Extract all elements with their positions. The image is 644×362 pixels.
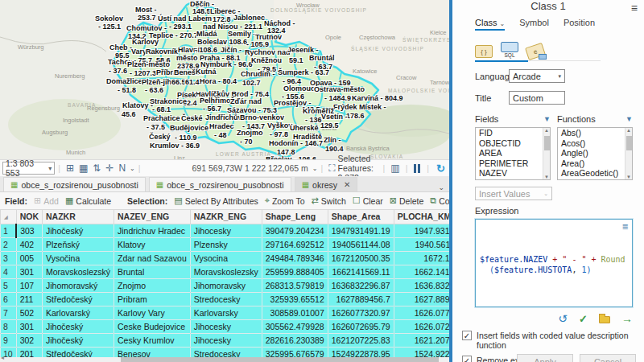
table-cell[interactable]: 1672.1205: [394, 251, 449, 265]
chevron-down-icon[interactable]: ⌄: [312, 165, 318, 172]
table-cell[interactable]: 1621207225.83: [328, 333, 394, 347]
table-cell[interactable]: Karlovarský: [43, 306, 114, 319]
cancel-button[interactable]: Cancel: [580, 354, 636, 362]
pause-drawing-button[interactable]: [414, 164, 420, 173]
row-number-cell[interactable]: 3: [1, 251, 17, 265]
table-tab-obce_s_rozsirenou_pusobnosti[interactable]: ▦obce_s_rozsirenou_pusobnosti: [3, 177, 146, 191]
refresh-icon[interactable]: ↻: [436, 162, 445, 175]
table-cell[interactable]: 1947.931491: [394, 224, 449, 237]
field-item[interactable]: NAZEV: [476, 168, 550, 179]
table-cell[interactable]: Plzensky: [190, 237, 262, 251]
row-number-cell[interactable]: 4: [1, 265, 17, 278]
column-header-NAZKR_ENG[interactable]: NAZKR_ENG: [190, 210, 262, 224]
table-row[interactable]: 6211StředočeskýPribramStredocesky325939.…: [1, 292, 450, 306]
filter-icon[interactable]: ▼: [543, 115, 551, 123]
function-item[interactable]: Acos(): [558, 138, 632, 149]
fields-listbox[interactable]: ▲▼ FIDOBJECTIDAREAPERIMETERNAZEV: [475, 127, 551, 180]
chevron-down-icon[interactable]: ⌄: [130, 165, 135, 172]
table-cell[interactable]: 1621.207226: [394, 333, 449, 347]
table-cell[interactable]: 1947931491.19: [328, 224, 394, 237]
table-cell[interactable]: 1627.889457: [394, 292, 449, 306]
table-cell[interactable]: 259599.888405: [262, 265, 328, 278]
field-item[interactable]: AREA: [476, 148, 550, 158]
table-cell[interactable]: Jihomoravsky: [190, 278, 262, 292]
table-cell[interactable]: 1626.072696: [394, 319, 449, 333]
scroll-left-icon[interactable]: ◂: [1, 354, 4, 361]
validate-check-icon[interactable]: ✓: [579, 313, 588, 325]
table-cell[interactable]: Jihočeský: [43, 333, 114, 347]
crosshair-icon[interactable]: ✛: [105, 162, 114, 174]
table-cell[interactable]: Jihomoravský: [43, 278, 114, 292]
table-cell[interactable]: 301: [16, 265, 42, 278]
table-cell[interactable]: Jihocesky: [190, 333, 262, 347]
functions-listbox[interactable]: ▲▼ Abs()Acos()Angle()Area()AreaGeodetic(…: [557, 127, 633, 180]
panel-tab-symbol[interactable]: Symbol: [519, 18, 549, 31]
column-header-NOK[interactable]: NOK: [16, 210, 42, 224]
table-cell[interactable]: Jihočeský: [43, 319, 114, 333]
table-cell[interactable]: Ceske Budejovice: [114, 319, 190, 333]
clear-button[interactable]: ☐Clear: [353, 195, 383, 206]
filter-icon[interactable]: ▼: [625, 115, 633, 123]
apply-button[interactable]: Apply: [517, 354, 573, 362]
table-row[interactable]: 4301MoravskoslezskýBruntalMoravskoslezsk…: [1, 265, 450, 278]
table-cell[interactable]: Bruntal: [114, 265, 190, 278]
panel-tab-position[interactable]: Position: [564, 18, 595, 31]
table-cell[interactable]: 005: [16, 251, 42, 265]
table-row[interactable]: 9302JihočeskýCesky KrumlovJihocesky28261…: [1, 333, 450, 347]
row-selector-header[interactable]: ◢: [1, 210, 17, 224]
table-cell[interactable]: 297164.692512: [262, 237, 328, 251]
table-cell[interactable]: Karlovy Vary: [114, 306, 190, 319]
table-cell[interactable]: 1626077320.97: [328, 306, 394, 319]
table-cell[interactable]: 268313.579819: [262, 278, 328, 292]
row-number-cell[interactable]: 2: [1, 237, 17, 251]
function-item[interactable]: Area(): [558, 158, 632, 169]
field-item[interactable]: OBJECTID: [476, 138, 550, 149]
select-by-attributes-button[interactable]: ▤Select By Attributes: [174, 195, 258, 206]
hamburger-menu-icon[interactable]: ≡: [631, 2, 638, 14]
sql-query-tab[interactable]: SQL: [501, 42, 518, 58]
table-cell[interactable]: Cesky Krumlov: [114, 333, 190, 347]
export-arrow-icon[interactable]: →: [621, 312, 633, 325]
table-cell[interactable]: Stredocesky: [190, 292, 262, 306]
table-cell[interactable]: Znojmo: [114, 278, 190, 292]
insert-values-dropdown[interactable]: Insert Values ⌄: [475, 187, 552, 200]
table-cell[interactable]: 1940561144.08: [328, 237, 394, 251]
add-overlay-icon[interactable]: ⊞: [66, 162, 74, 174]
undo-icon[interactable]: ↺: [558, 312, 568, 325]
table-cell[interactable]: 1627889456.7: [328, 292, 394, 306]
field-item[interactable]: FID: [476, 128, 550, 138]
table-tab-okresy[interactable]: ▦okresy✕: [295, 177, 358, 191]
row-number-cell[interactable]: 6: [1, 292, 17, 306]
map-scale-combobox[interactable]: 1:3 803 553 ▾: [2, 162, 55, 175]
table-cell[interactable]: 107: [16, 278, 42, 292]
table-cell[interactable]: 305562.479928: [262, 319, 328, 333]
field-item[interactable]: PERIMETER: [476, 158, 550, 169]
horizontal-scrollbar[interactable]: ◂: [0, 357, 449, 362]
grid-icon[interactable]: ▦: [79, 162, 88, 174]
column-header-Shape_Leng[interactable]: Shape_Leng: [262, 210, 328, 224]
table-cell[interactable]: 282616.230389: [262, 333, 328, 347]
close-icon[interactable]: ✕: [344, 180, 350, 189]
table-cell[interactable]: 1940.561144: [394, 237, 449, 251]
row-number-cell[interactable]: 9: [1, 333, 17, 347]
scrollbar[interactable]: ▲▼: [543, 128, 550, 179]
row-number-cell[interactable]: 1: [1, 224, 17, 237]
table-cell[interactable]: Pribram: [114, 292, 190, 306]
table-row[interactable]: 3005VysočinaZdar nad SazavouVysocina2494…: [1, 251, 450, 265]
table-row[interactable]: 1303JihočeskýJindrichuv HradecJihocesky3…: [1, 224, 450, 237]
column-header-Shape_Area[interactable]: Shape_Area: [328, 210, 394, 224]
table-cell[interactable]: 249484.789346: [262, 251, 328, 265]
attribute-table[interactable]: ◢NOKNAZKRNAZEV_ENGNAZKR_ENGShape_LengSha…: [0, 210, 449, 362]
table-cell[interactable]: Středočeský: [43, 292, 114, 306]
tab-overflow-chevron-icon[interactable]: ⌄: [438, 183, 444, 191]
table-cell[interactable]: 325939.65512: [262, 292, 328, 306]
title-input[interactable]: Custom: [509, 91, 565, 105]
table-cell[interactable]: 1662141569.11: [328, 265, 394, 278]
format-lines-icon[interactable]: ≣: [622, 221, 629, 232]
table-cell[interactable]: 502: [16, 306, 42, 319]
table-cell[interactable]: Jihočeský: [43, 224, 114, 237]
column-header-NAZKR[interactable]: NAZKR: [43, 210, 114, 224]
table-cell[interactable]: Jindrichuv Hradec: [114, 224, 190, 237]
table-row[interactable]: 8301JihočeskýCeske BudejoviceJihocesky30…: [1, 319, 450, 333]
table-cell[interactable]: 1672120500.35: [328, 251, 394, 265]
